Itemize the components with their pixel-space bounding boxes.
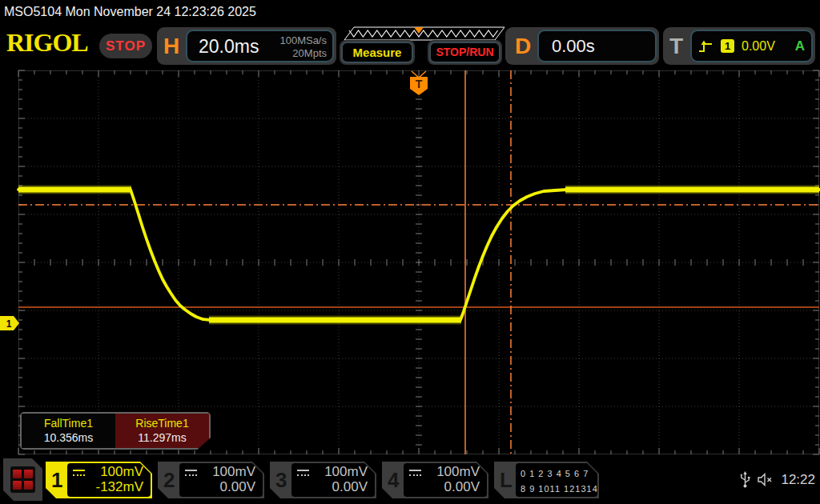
dc-coupling-icon (73, 470, 85, 476)
trigger-panel[interactable]: T 1 0.00V A (663, 27, 815, 65)
trigger-position-marker: T (410, 77, 428, 95)
channel-4-scale: 100mV (436, 464, 480, 480)
delay-label: D (515, 34, 531, 59)
dc-coupling-icon (297, 470, 309, 476)
channel-3-offset: 0.00V (332, 479, 368, 495)
acquisition-state-badge: STOP (99, 34, 152, 58)
trigger-source-badge: 1 (721, 39, 734, 53)
channel-3-readout: 100mV 0.00V (291, 463, 375, 497)
channel-4-number: 4 (388, 468, 399, 493)
channel-2-readout: 100mV 0.00V (179, 463, 263, 497)
channel-status-bar: 1 100mV -132mV 2 100mV 0.00V 3 100mV 0.0… (0, 456, 820, 504)
speaker-muted-icon (758, 473, 774, 486)
channel-2-scale: 100mV (212, 464, 255, 480)
channel-1-scale: 100mV (100, 464, 143, 480)
header-bar: RIGOL STOP H 20.0ms 100MSa/s 20Mpts Meas… (0, 24, 820, 69)
logic-channels-row2: 8 9 1011 12131415 (521, 482, 597, 497)
channel-1-ground-marker: 1 (0, 316, 19, 330)
delay-readout: 0.00s (537, 30, 657, 62)
channel-1-offset: -132mV (95, 479, 143, 495)
falltime-label: FallTime1 (22, 417, 115, 430)
menu-grid-icon-inner (10, 466, 35, 493)
channel-2-number: 2 (163, 468, 175, 493)
channel-2-offset: 0.00V (220, 479, 255, 495)
channel-4-readout: 100mV 0.00V (404, 463, 487, 497)
logic-analyzer-label: L (500, 468, 512, 493)
channel-3-number: 3 (275, 468, 287, 493)
dc-coupling-icon (185, 470, 197, 476)
logic-channels-row1: 0 1 2 3 4 5 6 7 (521, 466, 597, 482)
logic-channels-readout: 0 1 2 3 4 5 6 7 8 9 1011 12131415 (516, 463, 597, 497)
svg-text:1: 1 (6, 318, 12, 330)
stop-run-button[interactable]: STOP/RUN (428, 40, 502, 65)
status-icons: 12:22 (740, 471, 815, 488)
measure-button-label: Measure (341, 42, 413, 63)
channel-4-badge[interactable]: 4 100mV 0.00V (382, 462, 488, 498)
dc-coupling-icon (409, 470, 421, 476)
timebase-value: 20.0ms (199, 35, 259, 57)
memory-depth: 20Mpts (279, 47, 327, 60)
stop-run-button-label: STOP/RUN (429, 42, 500, 63)
logic-analyzer-badge[interactable]: L 0 1 2 3 4 5 6 7 8 9 1011 12131415 (494, 462, 599, 498)
channel-1-badge[interactable]: 1 100mV -132mV (46, 462, 152, 498)
menu-grid-icon[interactable] (3, 458, 42, 501)
channel-3-badge[interactable]: 3 100mV 0.00V (270, 462, 376, 498)
rising-slope-icon (698, 40, 713, 53)
risetime-value: 11.297ms (115, 431, 209, 444)
falltime-value: 10.356ms (22, 431, 115, 444)
trigger-level-value: 0.00V (742, 39, 775, 54)
horizontal-label: H (163, 34, 179, 59)
horizontal-readout: 20.0ms 100MSa/s 20Mpts (186, 30, 334, 62)
measurement-risetime[interactable]: RiseTime1 11.297ms (115, 414, 209, 448)
graticule-waveform-area[interactable]: T1 (18, 70, 819, 454)
trigger-label: T (669, 34, 683, 59)
channel-4-offset: 0.00V (444, 479, 480, 495)
trigger-readout: 1 0.00V A (690, 30, 813, 62)
delay-value: 0.00s (552, 36, 595, 57)
measurement-results-box[interactable]: FallTime1 10.356ms RiseTime1 11.297ms (20, 412, 211, 450)
channel-1-readout: 100mV -132mV (67, 463, 151, 497)
measurement-falltime[interactable]: FallTime1 10.356ms (22, 414, 115, 448)
clock-time: 12:22 (781, 472, 815, 488)
horizontal-panel[interactable]: H 20.0ms 100MSa/s 20Mpts (157, 27, 336, 65)
channel-3-scale: 100mV (324, 464, 368, 480)
rigol-logo: RIGOL (6, 28, 88, 58)
svg-text:T: T (416, 78, 423, 90)
delay-panel[interactable]: D 0.00s (505, 27, 659, 65)
channel-1-number: 1 (51, 468, 62, 493)
risetime-label: RiseTime1 (115, 417, 209, 430)
usb-icon (740, 471, 750, 488)
measure-button[interactable]: Measure (340, 40, 415, 65)
sample-rate-memdepth: 100MSa/s 20Mpts (279, 34, 327, 60)
trigger-mode-auto: A (795, 38, 805, 54)
model-and-datetime: MSO5104 Mon November 24 12:23:26 2025 (0, 0, 820, 24)
sample-rate: 100MSa/s (279, 34, 327, 47)
oscilloscope-screen: MSO5104 Mon November 24 12:23:26 2025 RI… (0, 0, 820, 504)
channel-2-badge[interactable]: 2 100mV 0.00V (158, 462, 264, 498)
